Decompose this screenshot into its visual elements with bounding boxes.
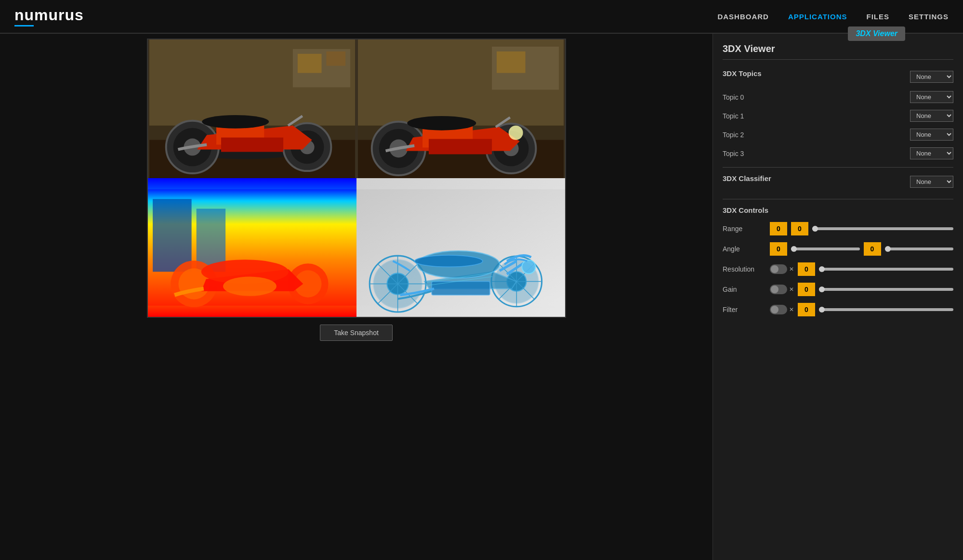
svg-rect-36 [153, 199, 192, 272]
svg-point-15 [202, 115, 269, 129]
resolution-toggle[interactable] [770, 264, 787, 274]
gain-toggle[interactable] [770, 285, 787, 294]
svg-rect-34 [428, 139, 491, 155]
filter-control-row: Filter ✕ 0 [723, 303, 953, 316]
svg-point-31 [508, 126, 523, 140]
gain-value[interactable]: 0 [798, 283, 815, 296]
classifier-select[interactable]: None [910, 176, 953, 188]
subnav-badge: 3DX Viewer [848, 26, 905, 41]
filter-toggle-container: ✕ [770, 305, 794, 314]
nav-dashboard[interactable]: DASHBOARD [717, 13, 769, 21]
image-top-right [356, 39, 565, 178]
nav-applications[interactable]: APPLICATIONS [788, 13, 847, 21]
topics-top-select[interactable]: None [910, 71, 953, 83]
image-top-left [148, 39, 356, 178]
classifier-label: 3DX Classifier [723, 174, 771, 182]
range-slider1[interactable] [812, 227, 953, 230]
topic-3-select[interactable]: None [910, 147, 953, 159]
topic-3-row: Topic 3 None [723, 146, 953, 160]
svg-point-65 [522, 260, 535, 273]
angle-label: Angle [723, 245, 766, 253]
svg-point-32 [407, 116, 476, 130]
angle-slider2[interactable] [885, 247, 954, 250]
angle-value2[interactable]: 0 [864, 242, 881, 256]
topic-0-select[interactable]: None [910, 91, 953, 103]
topic-0-row: Topic 0 None [723, 90, 953, 104]
gain-toggle-x[interactable]: ✕ [789, 286, 794, 293]
viewer-title: 3DX Viewer [723, 43, 953, 60]
resolution-value[interactable]: 0 [798, 262, 815, 276]
angle-value1[interactable]: 0 [770, 242, 787, 256]
resolution-control-row: Resolution ✕ 0 [723, 262, 953, 276]
topic-1-label: Topic 1 [723, 112, 761, 120]
resolution-toggle-x[interactable]: ✕ [789, 266, 794, 273]
topic-3-label: Topic 3 [723, 150, 761, 157]
topic-1-select[interactable]: None [910, 110, 953, 122]
right-panel: 3DX Viewer 3DX Topics None Topic 0 None … [712, 34, 963, 560]
filter-toggle-x[interactable]: ✕ [789, 306, 794, 313]
divider-2 [723, 199, 953, 199]
header: numurus DASHBOARD APPLICATIONS FILES SET… [0, 0, 963, 34]
svg-rect-17 [221, 138, 283, 152]
nav-settings[interactable]: SETTINGS [909, 13, 949, 21]
topics-header: 3DX Topics None [723, 69, 953, 84]
main-content: Take Snapshot 3DX Viewer 3DX Topics None… [0, 34, 963, 560]
svg-point-44 [223, 276, 277, 296]
range-value2[interactable]: 0 [791, 222, 808, 235]
take-snapshot-button[interactable]: Take Snapshot [320, 325, 393, 341]
classifier-row: 3DX Classifier None [723, 174, 953, 189]
topic-0-label: Topic 0 [723, 93, 761, 101]
svg-rect-3 [297, 54, 321, 73]
filter-label: Filter [723, 306, 766, 313]
topic-1-row: Topic 1 None [723, 109, 953, 123]
controls-title: 3DX Controls [723, 206, 953, 214]
topic-2-select[interactable]: None [910, 129, 953, 141]
topics-section-title: 3DX Topics [723, 69, 762, 78]
svg-rect-4 [326, 52, 345, 66]
logo-underline [14, 25, 34, 26]
range-control-row: Range 0 0 [723, 222, 953, 235]
logo: numurus [14, 6, 84, 24]
resolution-label: Resolution [723, 265, 766, 273]
gain-slider[interactable] [819, 288, 953, 291]
gain-control-row: Gain ✕ 0 [723, 283, 953, 296]
image-bottom-left [148, 178, 356, 317]
filter-value[interactable]: 0 [798, 303, 815, 316]
main-nav: DASHBOARD APPLICATIONS FILES SETTINGS [717, 13, 949, 21]
filter-toggle[interactable] [770, 305, 787, 314]
image-grid [147, 39, 566, 318]
svg-rect-21 [496, 52, 525, 73]
angle-control-row: Angle 0 0 [723, 242, 953, 256]
gain-toggle-container: ✕ [770, 285, 794, 294]
resolution-toggle-container: ✕ [770, 264, 794, 274]
divider-1 [723, 167, 953, 168]
svg-point-63 [414, 255, 482, 267]
range-label: Range [723, 225, 766, 233]
range-value1[interactable]: 0 [770, 222, 787, 235]
resolution-slider[interactable] [819, 268, 953, 271]
filter-slider[interactable] [819, 308, 953, 311]
angle-slider1[interactable] [791, 247, 860, 250]
topic-2-label: Topic 2 [723, 131, 761, 139]
left-panel: Take Snapshot [0, 34, 712, 560]
image-bottom-right [356, 178, 565, 317]
topic-2-row: Topic 2 None [723, 128, 953, 142]
gain-label: Gain [723, 286, 766, 293]
nav-files[interactable]: FILES [866, 13, 889, 21]
